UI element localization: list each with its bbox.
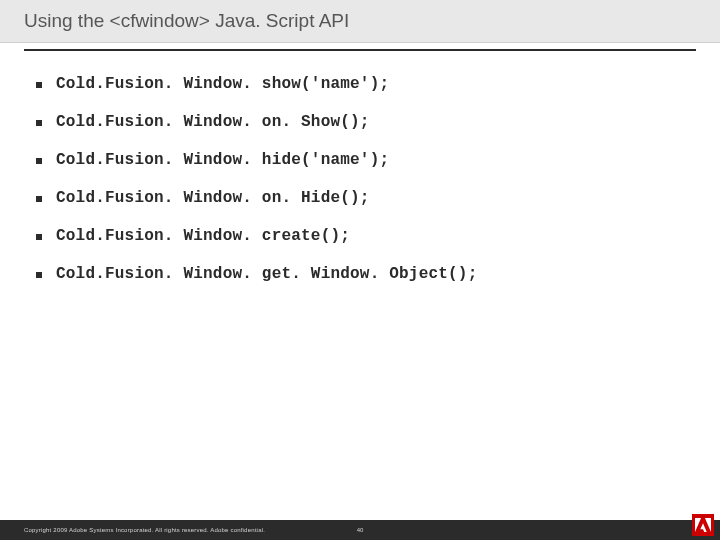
bullet-icon [36, 158, 42, 164]
bullet-icon [36, 234, 42, 240]
list-item: Cold.Fusion. Window. show('name'); [36, 75, 684, 93]
bullet-icon [36, 82, 42, 88]
copyright-text: Copyright 2009 Adobe Systems Incorporate… [24, 527, 265, 533]
code-line: Cold.Fusion. Window. on. Show(); [56, 113, 370, 131]
adobe-logo-icon [692, 514, 714, 536]
code-line: Cold.Fusion. Window. show('name'); [56, 75, 389, 93]
code-line: Cold.Fusion. Window. get. Window. Object… [56, 265, 477, 283]
code-line: Cold.Fusion. Window. create(); [56, 227, 350, 245]
list-item: Cold.Fusion. Window. create(); [36, 227, 684, 245]
bullet-icon [36, 272, 42, 278]
list-item: Cold.Fusion. Window. hide('name'); [36, 151, 684, 169]
list-item: Cold.Fusion. Window. on. Show(); [36, 113, 684, 131]
page-number: 40 [357, 527, 364, 533]
list-item: Cold.Fusion. Window. get. Window. Object… [36, 265, 684, 283]
code-line: Cold.Fusion. Window. hide('name'); [56, 151, 389, 169]
content-area: Cold.Fusion. Window. show('name'); Cold.… [0, 51, 720, 283]
code-line: Cold.Fusion. Window. on. Hide(); [56, 189, 370, 207]
footer-bar: Copyright 2009 Adobe Systems Incorporate… [0, 520, 720, 540]
page-title: Using the <cfwindow> Java. Script API [24, 10, 696, 32]
title-bar: Using the <cfwindow> Java. Script API [0, 0, 720, 43]
list-item: Cold.Fusion. Window. on. Hide(); [36, 189, 684, 207]
bullet-icon [36, 120, 42, 126]
bullet-icon [36, 196, 42, 202]
